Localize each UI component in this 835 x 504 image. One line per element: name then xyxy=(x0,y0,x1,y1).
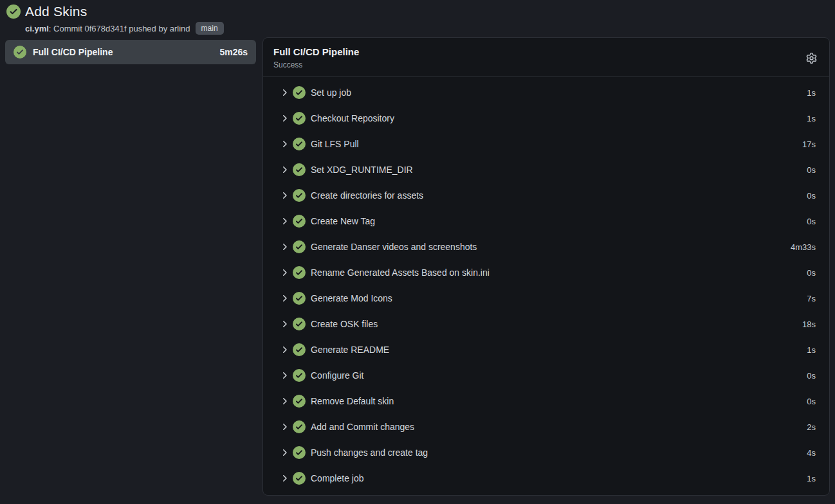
step-duration: 0s xyxy=(807,371,816,381)
step-row[interactable]: Create New Tag 0s xyxy=(263,208,829,234)
run-title: Add Skins xyxy=(25,4,87,19)
step-status-check-circle-icon xyxy=(293,446,306,459)
chevron-right-icon xyxy=(279,422,289,432)
step-status-check-circle-icon xyxy=(293,343,306,356)
step-name: Set XDG_RUNTIME_DIR xyxy=(311,165,807,175)
step-duration: 4s xyxy=(807,448,816,458)
job-list: Full CI/CD Pipeline 5m26s xyxy=(5,40,256,64)
chevron-right-icon xyxy=(279,216,289,226)
chevron-right-icon xyxy=(279,447,289,458)
step-duration: 2s xyxy=(807,422,816,432)
step-duration: 7s xyxy=(807,294,816,303)
step-name: Create New Tag xyxy=(311,216,807,226)
step-row[interactable]: Create OSK files 18s xyxy=(263,311,829,337)
step-row[interactable]: Rename Generated Assets Based on skin.in… xyxy=(263,260,829,285)
step-status-check-circle-icon xyxy=(293,292,306,305)
step-name: Add and Commit changes xyxy=(311,422,807,432)
chevron-right-icon xyxy=(279,319,289,329)
step-name: Set up job xyxy=(311,87,807,98)
step-name: Generate Danser videos and screenshots xyxy=(311,242,791,252)
step-name: Checkout Repository xyxy=(311,113,807,123)
run-status-check-circle-icon xyxy=(6,4,21,19)
step-name: Git LFS Pull xyxy=(311,139,802,149)
step-status-check-circle-icon xyxy=(293,138,306,150)
commit-text-suffix: pushed by arlind xyxy=(127,24,190,33)
step-name: Generate Mod Icons xyxy=(311,293,807,303)
step-row[interactable]: Generate Danser videos and screenshots 4… xyxy=(263,234,829,260)
panel-job-title: Full CI/CD Pipeline xyxy=(273,46,359,57)
step-row[interactable]: Create directories for assets 0s xyxy=(263,183,829,208)
chevron-right-icon xyxy=(279,345,289,355)
panel-header: Full CI/CD Pipeline Success xyxy=(263,38,829,77)
commit-text-prefix: : Commit xyxy=(49,24,85,33)
step-row[interactable]: Set up job 1s xyxy=(263,80,829,105)
step-status-check-circle-icon xyxy=(293,395,306,408)
step-name: Generate README xyxy=(311,345,807,355)
step-status-check-circle-icon xyxy=(293,215,306,228)
step-status-check-circle-icon xyxy=(293,189,306,202)
commit-sha-link[interactable]: 0f678d341f xyxy=(84,24,126,33)
step-status-check-circle-icon xyxy=(293,472,306,485)
job-status-check-circle-icon xyxy=(14,46,26,59)
chevron-right-icon xyxy=(279,165,289,175)
panel-status-text: Success xyxy=(273,60,359,69)
chevron-right-icon xyxy=(279,473,289,483)
run-subtitle: ci.yml: Commit 0f678d341f pushed by arli… xyxy=(25,22,224,35)
step-status-check-circle-icon xyxy=(293,86,306,99)
step-name: Configure Git xyxy=(311,370,807,381)
step-duration: 1s xyxy=(807,114,816,123)
step-duration: 17s xyxy=(802,140,816,149)
step-status-check-circle-icon xyxy=(293,163,306,176)
step-name: Create directories for assets xyxy=(311,190,807,201)
step-status-check-circle-icon xyxy=(293,369,306,382)
step-duration: 1s xyxy=(807,88,816,98)
run-settings-button[interactable] xyxy=(805,51,818,65)
step-row[interactable]: Set XDG_RUNTIME_DIR 0s xyxy=(263,157,829,183)
step-row[interactable]: Configure Git 0s xyxy=(263,363,829,388)
run-header: Add Skins ci.yml: Commit 0f678d341f push… xyxy=(6,4,224,35)
step-row[interactable]: Push changes and create tag 4s xyxy=(263,440,829,465)
job-duration: 5m26s xyxy=(219,47,248,57)
chevron-right-icon xyxy=(279,242,289,252)
chevron-right-icon xyxy=(279,190,289,201)
step-status-check-circle-icon xyxy=(293,112,306,125)
step-name: Remove Default skin xyxy=(311,396,807,406)
step-name: Create OSK files xyxy=(311,319,802,329)
workflow-file-link[interactable]: ci.yml xyxy=(25,24,49,33)
branch-badge[interactable]: main xyxy=(196,22,224,35)
step-duration: 0s xyxy=(807,268,816,278)
step-row[interactable]: Remove Default skin 0s xyxy=(263,388,829,414)
step-row[interactable]: Checkout Repository 1s xyxy=(263,105,829,131)
step-duration: 4m33s xyxy=(791,242,816,252)
sidebar-job-item[interactable]: Full CI/CD Pipeline 5m26s xyxy=(5,40,256,64)
step-duration: 1s xyxy=(807,345,816,355)
run-detail-panel: Full CI/CD Pipeline Success Set up job 1… xyxy=(262,37,830,496)
chevron-right-icon xyxy=(279,396,289,406)
step-name: Rename Generated Assets Based on skin.in… xyxy=(311,267,807,278)
step-duration: 18s xyxy=(802,320,816,329)
step-duration: 1s xyxy=(807,474,816,483)
step-name: Complete job xyxy=(311,473,807,483)
step-row[interactable]: Complete job 1s xyxy=(263,465,829,491)
step-name: Push changes and create tag xyxy=(311,447,807,458)
step-list: Set up job 1s Checkout Repository 1s Git… xyxy=(263,77,829,491)
step-row[interactable]: Generate README 1s xyxy=(263,337,829,363)
step-duration: 0s xyxy=(807,217,816,226)
step-status-check-circle-icon xyxy=(293,240,306,253)
chevron-right-icon xyxy=(279,293,289,303)
step-status-check-circle-icon xyxy=(293,318,306,330)
chevron-right-icon xyxy=(279,113,289,123)
step-row[interactable]: Git LFS Pull 17s xyxy=(263,131,829,157)
step-status-check-circle-icon xyxy=(293,420,306,433)
chevron-right-icon xyxy=(279,139,289,149)
job-name: Full CI/CD Pipeline xyxy=(33,47,213,57)
step-duration: 0s xyxy=(807,191,816,201)
chevron-right-icon xyxy=(279,87,289,98)
step-status-check-circle-icon xyxy=(293,266,306,279)
chevron-right-icon xyxy=(279,370,289,381)
step-row[interactable]: Generate Mod Icons 7s xyxy=(263,285,829,311)
step-row[interactable]: Add and Commit changes 2s xyxy=(263,414,829,440)
step-duration: 0s xyxy=(807,397,816,406)
chevron-right-icon xyxy=(279,267,289,278)
gear-icon xyxy=(806,53,817,64)
